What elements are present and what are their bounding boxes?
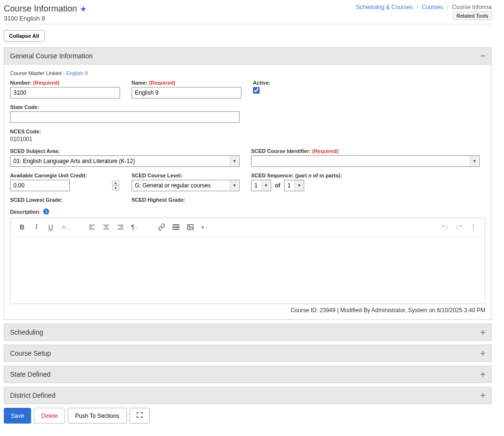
italic-icon[interactable]: I <box>30 221 43 233</box>
delete-button[interactable]: Delete <box>34 408 65 424</box>
align-center-icon[interactable] <box>99 221 113 233</box>
collapse-icon: − <box>480 52 485 60</box>
redo-icon[interactable] <box>452 221 466 233</box>
required-marker: (Required) <box>148 80 175 86</box>
panel-title-state-defined: State Defined <box>10 371 51 378</box>
panel-title-scheduling: Scheduling <box>10 328 43 336</box>
sced-level-select[interactable] <box>131 180 240 191</box>
paragraph-format-icon[interactable]: ¶⋮ <box>128 221 142 233</box>
panel-title-general: General Course Information <box>10 52 93 60</box>
table-icon[interactable] <box>169 221 183 233</box>
required-marker: (Required) <box>311 148 339 154</box>
page-subtitle: 3100 English 9 <box>4 15 87 22</box>
fullscreen-icon <box>136 411 143 419</box>
breadcrumb-scheduling[interactable]: Scheduling & Courses <box>356 4 413 11</box>
breadcrumb-current: Course Informa <box>452 4 492 11</box>
related-tools-button[interactable]: Related Tools <box>453 11 492 20</box>
name-input[interactable] <box>131 87 241 98</box>
breadcrumb-courses[interactable]: Courses <box>422 4 443 11</box>
sced-subject-label: SCED Subject Area: <box>10 148 240 154</box>
chevron-right-icon: › <box>447 4 449 11</box>
number-label: Number: <box>10 80 32 86</box>
expand-icon: + <box>480 391 485 400</box>
info-icon[interactable]: i <box>43 208 49 215</box>
of-label: of <box>275 182 280 191</box>
nces-code-label: NCES Code: <box>10 129 41 134</box>
bold-icon[interactable]: B <box>15 221 29 233</box>
active-label: Active: <box>253 80 271 86</box>
favorite-star-icon[interactable]: ★ <box>80 4 87 13</box>
page-title: Course Information <box>4 4 77 14</box>
panel-header-general[interactable]: General Course Information − <box>4 47 492 65</box>
spinner-down-icon[interactable]: ▼ <box>112 185 120 191</box>
underline-icon[interactable]: U <box>44 221 57 233</box>
footer-meta: Course ID: 23949 | Modified By Administr… <box>10 307 485 314</box>
sced-subject-select[interactable] <box>10 155 240 167</box>
chevron-right-icon: › <box>416 4 418 11</box>
expand-icon: + <box>480 370 485 379</box>
panel-header-scheduling[interactable]: Scheduling + <box>4 324 492 341</box>
fullscreen-button[interactable] <box>130 408 150 424</box>
sced-sequence-label: SCED Sequence: (part n of m parts): <box>251 173 342 178</box>
active-checkbox[interactable] <box>253 87 260 94</box>
svg-text:A: A <box>62 225 66 229</box>
course-master-link[interactable]: English 9 <box>66 70 88 76</box>
description-label: Description: <box>10 209 41 215</box>
panel-title-district-defined: District Defined <box>10 392 55 399</box>
course-master-linked-label: Course Master Linked - <box>10 70 66 76</box>
expand-icon: + <box>480 328 485 337</box>
save-button[interactable]: Save <box>4 408 31 424</box>
sced-identifier-select[interactable] <box>251 155 480 167</box>
state-code-input[interactable] <box>10 111 240 123</box>
text-format-icon[interactable]: A⋮ <box>58 221 72 233</box>
nces-code-value: 0101001 <box>10 136 41 142</box>
required-marker: (Required) <box>32 80 59 86</box>
panel-title-course-setup: Course Setup <box>10 349 51 357</box>
svg-text:⋮: ⋮ <box>66 227 68 230</box>
panel-header-district-defined[interactable]: District Defined + <box>4 387 492 404</box>
collapse-all-button[interactable]: Collapse All <box>4 30 44 42</box>
spinner-up-icon[interactable]: ▲ <box>112 180 120 185</box>
description-editor[interactable] <box>11 237 485 304</box>
sced-seq-m-select[interactable] <box>284 180 304 191</box>
link-icon[interactable] <box>155 221 168 233</box>
carnegie-input[interactable] <box>10 180 70 191</box>
sced-identifier-label: SCED Course Identifier: <box>251 148 311 154</box>
carnegie-label: Available Carnegie Unit Credit: <box>10 173 120 178</box>
panel-header-state-defined[interactable]: State Defined + <box>4 366 492 383</box>
align-left-icon[interactable] <box>85 221 99 233</box>
sced-lowest-label: SCED Lowest Grade: <box>10 197 120 203</box>
sced-seq-n-select[interactable] <box>251 180 271 191</box>
expand-icon: + <box>480 349 485 358</box>
sced-level-label: SCED Course Level: <box>131 173 240 178</box>
sced-highest-label: SCED Highest Grade: <box>131 197 240 203</box>
panel-header-course-setup[interactable]: Course Setup + <box>4 345 492 362</box>
svg-point-16 <box>189 226 190 227</box>
state-code-label: State Code: <box>10 104 240 110</box>
number-input[interactable] <box>10 87 120 98</box>
push-to-sections-button[interactable]: Push To Sections <box>68 408 127 424</box>
align-right-icon[interactable] <box>114 221 127 233</box>
insert-more-icon[interactable]: +⋮ <box>198 221 211 233</box>
undo-icon[interactable] <box>438 221 451 233</box>
more-icon[interactable]: ⋮ <box>467 221 480 233</box>
image-icon[interactable] <box>184 221 197 233</box>
breadcrumb: Scheduling & Courses › Courses › Course … <box>356 4 492 11</box>
name-label: Name: <box>131 80 148 86</box>
